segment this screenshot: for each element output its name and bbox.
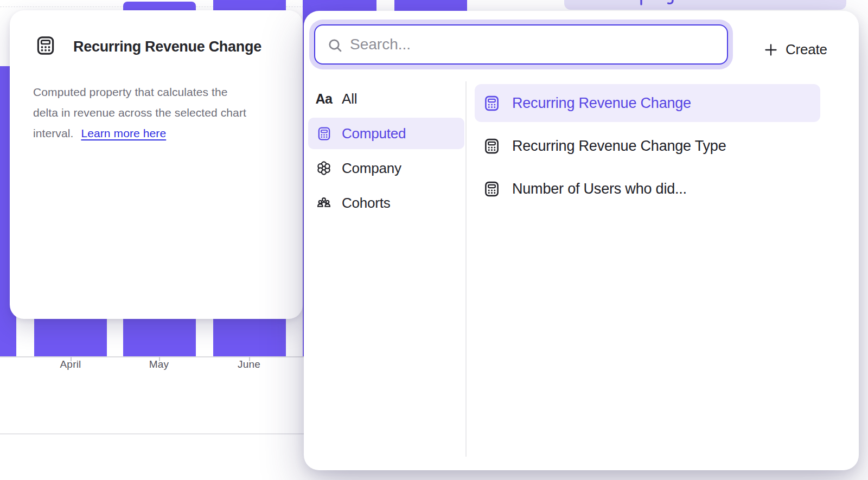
text-format-icon: Aa xyxy=(316,91,332,107)
result-item-recurring-revenue-change-type[interactable]: Recurring Revenue Change Type xyxy=(475,127,820,165)
description-line: delta in revenue across the selected cha… xyxy=(33,103,246,123)
filter-list: Aa All Computed xyxy=(308,83,464,222)
calculator-icon xyxy=(483,138,500,155)
calculator-icon xyxy=(35,35,56,58)
clipped-text-fragment xyxy=(635,0,700,7)
filter-label: Company xyxy=(342,160,401,177)
result-label: Number of Users who did... xyxy=(512,181,687,197)
tooltip-title: Recurring Revenue Change xyxy=(73,39,261,55)
section-divider-line xyxy=(0,433,304,434)
app-screen: April May June Recurring Revenue Change … xyxy=(0,0,868,480)
property-tooltip-card: Recurring Revenue Change Computed proper… xyxy=(10,10,303,319)
description-line: Computed property that calculates the xyxy=(33,82,246,103)
filter-label: Cohorts xyxy=(342,195,391,212)
create-button-label: Create xyxy=(786,41,827,58)
x-axis-label-may: May xyxy=(149,359,169,370)
calculator-icon xyxy=(316,126,332,141)
search-icon xyxy=(327,37,343,56)
calculator-icon xyxy=(483,95,500,112)
property-picker-panel: Create Aa All Computed xyxy=(304,11,859,470)
results-divider xyxy=(465,81,467,457)
calculator-icon xyxy=(483,181,500,197)
result-label: Recurring Revenue Change Type xyxy=(512,138,726,155)
x-axis-line xyxy=(0,356,304,357)
description-line: interval. xyxy=(33,127,73,139)
filter-item-computed[interactable]: Computed xyxy=(308,118,464,149)
x-axis-label-june: June xyxy=(238,359,260,370)
search-input[interactable] xyxy=(350,25,719,63)
cohorts-icon xyxy=(316,195,332,210)
create-button[interactable]: Create xyxy=(764,41,827,58)
result-list: Recurring Revenue Change Recurring Reven… xyxy=(475,84,820,213)
plus-icon xyxy=(764,43,778,57)
tooltip-description: Computed property that calculates the de… xyxy=(33,82,246,144)
query-pill-clipped[interactable] xyxy=(564,0,846,10)
filter-label: Computed xyxy=(342,125,406,142)
filter-item-company[interactable]: Company xyxy=(308,152,464,184)
tooltip-header: Recurring Revenue Change xyxy=(35,35,261,58)
learn-more-link[interactable]: Learn more here xyxy=(81,127,166,139)
company-cluster-icon xyxy=(316,161,332,176)
result-label: Recurring Revenue Change xyxy=(512,95,691,112)
filter-item-all[interactable]: Aa All xyxy=(308,83,464,114)
filter-item-cohorts[interactable]: Cohorts xyxy=(308,187,464,219)
result-item-number-of-users[interactable]: Number of Users who did... xyxy=(475,170,820,208)
x-axis-label-april: April xyxy=(60,359,81,370)
result-item-recurring-revenue-change[interactable]: Recurring Revenue Change xyxy=(475,84,820,122)
description-line-with-link: interval.Learn more here xyxy=(33,123,246,144)
search-box xyxy=(314,24,728,65)
filter-label: All xyxy=(342,91,357,107)
